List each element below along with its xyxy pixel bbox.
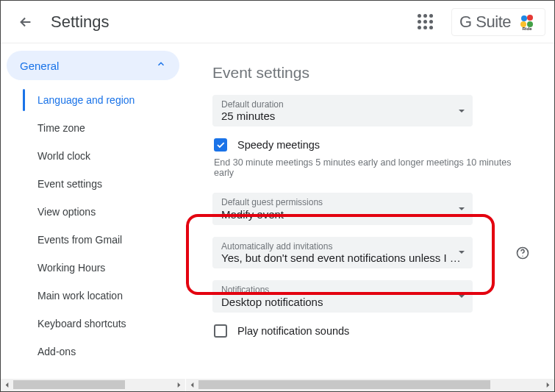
back-button[interactable] — [15, 12, 36, 32]
sidebar-item-label: Event settings — [37, 178, 102, 190]
sidebar-item-language-and-region[interactable]: Language and region — [1, 86, 185, 114]
apps-button[interactable] — [410, 7, 440, 37]
sidebar-hscroll[interactable] — [1, 379, 185, 391]
auto-invitations-dropdown[interactable]: Automatically add invitations Yes, but d… — [212, 237, 473, 268]
sidebar-item-view-options[interactable]: View options — [1, 198, 185, 226]
sidebar-item-label: Keyboard shortcuts — [37, 318, 126, 329]
sidebar-item-label: Add-ons — [37, 346, 76, 357]
help-icon[interactable] — [514, 244, 531, 262]
caret-down-icon — [458, 202, 465, 215]
sidebar-item-time-zone[interactable]: Time zone — [1, 114, 185, 142]
org-logo: Ride — [517, 12, 537, 32]
section-title: Event settings — [212, 64, 532, 82]
svg-point-1 — [527, 15, 533, 21]
notifications-dropdown[interactable]: Notifications Desktop notifications — [212, 280, 473, 312]
caret-down-icon — [458, 104, 465, 118]
dropdown-label: Notifications — [221, 285, 465, 295]
sidebar-section-general[interactable]: General — [7, 51, 179, 80]
default-duration-dropdown[interactable]: Default duration 25 minutes — [212, 95, 473, 126]
svg-point-0 — [521, 15, 527, 21]
scroll-thumb[interactable] — [13, 380, 125, 389]
page-title: Settings — [51, 13, 110, 32]
scroll-left-icon[interactable] — [1, 379, 13, 391]
dropdown-value: Yes, but don't send event notifications … — [221, 252, 465, 264]
chevron-up-icon — [156, 59, 166, 72]
sidebar-item-label: Main work location — [37, 290, 123, 302]
sidebar: General Language and region Time zone Wo… — [1, 43, 186, 391]
sidebar-item-label: Language and region — [37, 94, 135, 106]
dropdown-value: Modify event — [221, 208, 465, 221]
dropdown-label: Automatically add invitations — [221, 241, 465, 252]
sidebar-item-keyboard-shortcuts[interactable]: Keyboard shortcuts — [1, 310, 185, 338]
speedy-meetings-checkbox[interactable]: Speedy meetings — [214, 138, 532, 152]
sidebar-item-label: Working Hours — [37, 262, 105, 274]
sidebar-item-label: World clock — [37, 150, 90, 162]
dropdown-label: Default guest permissions — [221, 197, 465, 207]
guest-permissions-dropdown[interactable]: Default guest permissions Modify event — [212, 193, 473, 224]
sidebar-item-add-ons[interactable]: Add-ons — [1, 338, 185, 366]
content-pane: Event settings Default duration 25 minut… — [186, 43, 554, 379]
sidebar-item-events-from-gmail[interactable]: Events from Gmail — [1, 226, 185, 254]
dropdown-value: 25 minutes — [221, 110, 465, 122]
checkbox-label: Play notification sounds — [237, 325, 349, 337]
scroll-right-icon[interactable] — [542, 379, 554, 391]
sidebar-section-label: General — [20, 60, 59, 72]
dropdown-label: Default duration — [221, 99, 465, 110]
content-hscroll[interactable] — [186, 379, 554, 391]
caret-down-icon — [458, 290, 465, 303]
svg-text:Ride: Ride — [522, 26, 532, 31]
scroll-right-icon[interactable] — [173, 379, 185, 391]
gsuite-label: G Suite — [459, 13, 511, 32]
gsuite-badge[interactable]: G Suite Ride — [451, 8, 545, 36]
checkbox-label: Speedy meetings — [237, 139, 320, 151]
scroll-track[interactable] — [198, 379, 542, 391]
scroll-thumb[interactable] — [198, 380, 490, 389]
scroll-left-icon[interactable] — [186, 379, 198, 391]
scroll-track[interactable] — [13, 379, 173, 391]
caret-down-icon — [458, 246, 465, 259]
sidebar-item-world-clock[interactable]: World clock — [1, 142, 185, 170]
dropdown-value: Desktop notifications — [221, 296, 465, 308]
play-sounds-checkbox[interactable]: Play notification sounds — [214, 324, 532, 338]
sidebar-item-event-settings[interactable]: Event settings — [1, 170, 185, 198]
sidebar-item-label: Events from Gmail — [37, 234, 122, 246]
sidebar-item-label: View options — [37, 206, 96, 218]
speedy-meetings-hint: End 30 minute meetings 5 minutes early a… — [214, 157, 530, 178]
sidebar-item-label: Time zone — [37, 122, 85, 134]
checkbox-icon — [214, 324, 227, 338]
sidebar-item-working-hours[interactable]: Working Hours — [1, 254, 185, 282]
checkbox-icon — [214, 138, 227, 152]
apps-icon — [418, 14, 433, 29]
svg-point-6 — [522, 255, 523, 256]
sidebar-item-main-work-location[interactable]: Main work location — [1, 282, 185, 310]
